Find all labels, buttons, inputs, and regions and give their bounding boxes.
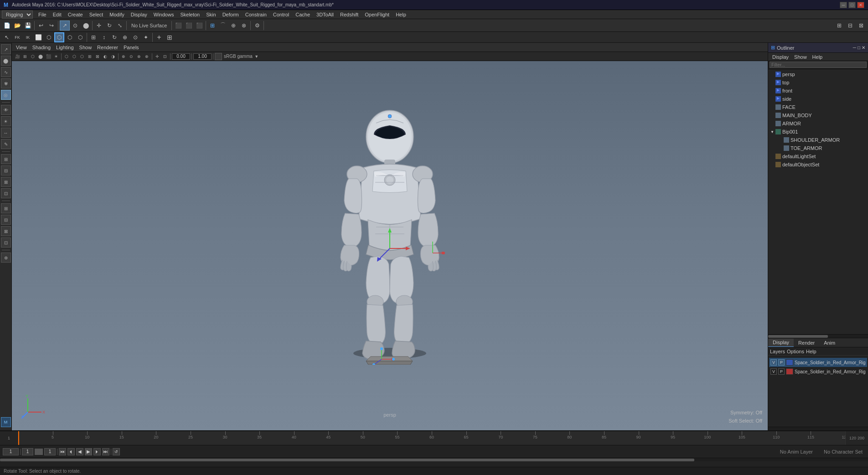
help-layers-menu[interactable]: Help	[806, 349, 816, 354]
layer-row-2[interactable]: V P Space_Soldier_in_Red_Armor_Rig	[769, 367, 867, 376]
workspace-icon[interactable]: ⊞	[834, 21, 844, 31]
brush-tool[interactable]: ∿	[1, 67, 11, 77]
menu-file[interactable]: File	[36, 10, 49, 19]
move-icon[interactable]: ✛	[94, 21, 104, 31]
mesh-select[interactable]: ⬡	[65, 32, 75, 42]
range-current[interactable]	[44, 448, 56, 455]
tree-item-front[interactable]: ▶ front	[768, 87, 868, 95]
lasso-select[interactable]: ⬡	[44, 32, 54, 42]
tab-render[interactable]: Render	[794, 339, 819, 347]
rotate-icon[interactable]: ↻	[104, 21, 114, 31]
fk-icon[interactable]: FK	[12, 32, 22, 42]
go-to-start-btn[interactable]: ⏮	[59, 448, 66, 455]
menu-display[interactable]: Display	[128, 10, 150, 19]
vp-tb-texture[interactable]: ⬛	[45, 53, 52, 60]
move-tool[interactable]: ↕	[99, 32, 109, 42]
snap-point-icon[interactable]: ⊕	[228, 21, 238, 31]
deform-tool-1[interactable]: ⊞	[1, 154, 11, 164]
vp-menu-panels[interactable]: Panels	[121, 43, 141, 52]
outliner-maximize[interactable]: □	[858, 45, 860, 50]
vp-tb-wire[interactable]: ⬡	[29, 53, 36, 60]
out-menu-display[interactable]: Display	[770, 54, 791, 60]
tree-item-armor[interactable]: ARMOR	[768, 119, 868, 128]
layer-row-1[interactable]: V P Space_Soldier_in_Red_Armor_Rig	[769, 358, 867, 367]
tree-item-face[interactable]: FACE	[768, 103, 868, 111]
timeline-ruler[interactable]: 1 51015202530354045505560657075808590951…	[0, 431, 868, 445]
tree-item-top[interactable]: ▶ top	[768, 78, 868, 87]
deform-tool-6[interactable]: ⊟	[1, 215, 11, 225]
deform-tool-5[interactable]: ⊞	[1, 203, 11, 213]
workspace-icon3[interactable]: ⊠	[856, 21, 866, 31]
menu-deform[interactable]: Deform	[220, 10, 242, 19]
render-seq-icon[interactable]: ⬛	[184, 21, 194, 31]
play-back-btn[interactable]: ◀	[76, 448, 83, 455]
vp-tb-shading3[interactable]: ⬡	[78, 53, 86, 60]
menu-select[interactable]: Select	[87, 10, 106, 19]
save-file-icon[interactable]: 💾	[23, 21, 33, 31]
out-menu-show[interactable]: Show	[792, 54, 809, 60]
soft-mod-tool[interactable]: ⊙	[130, 32, 140, 42]
timeline-scrollbar[interactable]	[0, 458, 868, 461]
deform-tool-3[interactable]: ⊠	[1, 177, 11, 187]
tree-item-bip001[interactable]: ▼ Bip001	[768, 128, 868, 136]
outliner-minimize[interactable]: ─	[853, 45, 856, 50]
snap-view-icon[interactable]: ⊗	[239, 21, 249, 31]
vp-tb-shading[interactable]: ⬡	[63, 53, 70, 60]
minimize-button[interactable]: ─	[840, 2, 847, 8]
deform-tool-7[interactable]: ⊠	[1, 226, 11, 236]
range-start-input[interactable]	[22, 448, 33, 455]
outliner-hscrollbar[interactable]	[768, 334, 868, 338]
layer-2-playback[interactable]: P	[778, 368, 785, 375]
translate-x-input[interactable]	[172, 53, 190, 60]
scale-tool[interactable]: ⊕	[120, 32, 130, 42]
vp-menu-view[interactable]: View	[14, 43, 29, 52]
no-live-btn[interactable]: No Live Surface	[128, 21, 170, 31]
tree-item-lightset[interactable]: defaultLightSet	[768, 152, 868, 160]
layer-2-visible[interactable]: V	[770, 368, 777, 375]
vp-tb-isolate[interactable]: ⊡	[161, 53, 169, 60]
arrow-tool[interactable]: ↖	[2, 32, 12, 42]
transform-tool[interactable]: ⊞	[88, 32, 98, 42]
sculpt-tool[interactable]: ✾	[1, 78, 11, 88]
workspace-icon2[interactable]: ⊟	[845, 21, 855, 31]
step-forward-btn[interactable]: ⏵	[93, 448, 101, 455]
maximize-button[interactable]: □	[848, 2, 856, 8]
vp-tb-snap4[interactable]: ⊕	[143, 53, 150, 60]
tab-display[interactable]: Display	[768, 339, 794, 347]
color-space-icon[interactable]	[215, 53, 222, 60]
menu-create[interactable]: Create	[65, 10, 86, 19]
layer-1-playback[interactable]: P	[778, 359, 785, 366]
options-menu[interactable]: Options	[787, 349, 804, 354]
menu-cache[interactable]: Cache	[293, 10, 313, 19]
tab-anim[interactable]: Anim	[819, 339, 840, 347]
paint-tool[interactable]: ⬤	[1, 56, 11, 66]
menu-windows[interactable]: Windows	[151, 10, 177, 19]
play-forward-btn[interactable]: ▶	[85, 448, 92, 455]
light-tool[interactable]: ☀	[1, 116, 11, 126]
menu-modify[interactable]: Modify	[107, 10, 127, 19]
lasso-icon[interactable]: ⊙	[70, 21, 80, 31]
deform-tool-2[interactable]: ⊟	[1, 165, 11, 176]
custom-tool[interactable]: ⊞	[165, 32, 175, 42]
current-frame-input[interactable]	[3, 448, 19, 455]
menu-edit[interactable]: Edit	[50, 10, 64, 19]
vp-tb-pivot[interactable]: ✛	[154, 53, 161, 60]
ik-icon[interactable]: IK	[23, 32, 33, 42]
active-tool[interactable]: ◎	[1, 90, 11, 100]
misc-tool[interactable]: ⊕	[1, 253, 11, 263]
menu-constrain[interactable]: Constrain	[243, 10, 269, 19]
batch-render-icon[interactable]: ⬛	[194, 21, 204, 31]
menu-3dtoall[interactable]: 3DToAll	[314, 10, 336, 19]
tree-item-persp[interactable]: ▶ persp	[768, 70, 868, 78]
menu-skin[interactable]: Skin	[203, 10, 218, 19]
outliner-tree[interactable]: ▶ persp ▶ top ▶ front ▶ side	[768, 69, 868, 334]
outliner-search-input[interactable]	[770, 62, 867, 68]
history-icon[interactable]: ⚙	[252, 21, 262, 31]
vp-tb-snap2[interactable]: ⊙	[128, 53, 135, 60]
select-tool-icon[interactable]: ↗	[60, 21, 70, 31]
step-back-btn[interactable]: ⏴	[67, 448, 75, 455]
outliner-close[interactable]: ✕	[862, 45, 865, 50]
render-icon[interactable]: ⬛	[173, 21, 183, 31]
vp-tb-tex1[interactable]: ⊞	[86, 53, 93, 60]
vp-menu-shading[interactable]: Shading	[30, 43, 53, 52]
